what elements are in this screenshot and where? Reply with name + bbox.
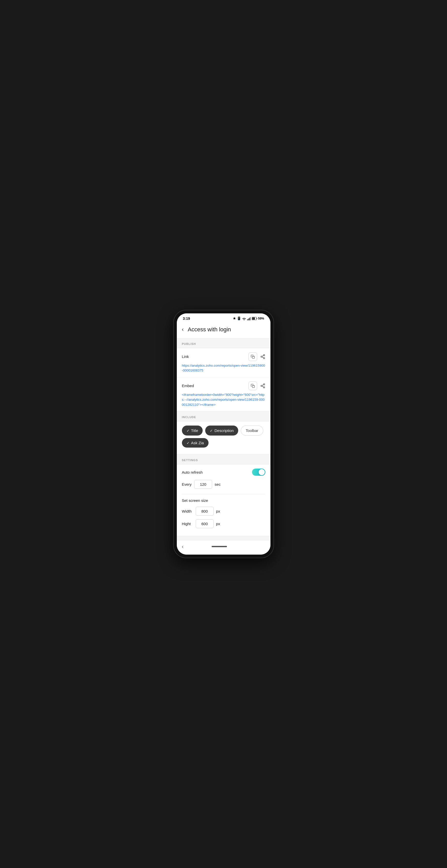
auto-refresh-toggle[interactable]: [252, 469, 265, 476]
chip-ask-zia-check: ✓: [186, 441, 190, 445]
svg-rect-5: [256, 318, 257, 319]
link-label: Link: [182, 354, 189, 359]
height-input[interactable]: [196, 519, 214, 528]
auto-refresh-label: Auto refresh: [182, 470, 203, 474]
settings-section-label: SETTINGS: [177, 455, 270, 464]
width-label: Width: [182, 509, 193, 514]
chip-toolbar[interactable]: Toolbar: [241, 426, 263, 436]
chip-toolbar-label: Toolbar: [246, 428, 258, 433]
page-title: Access with login: [188, 326, 231, 333]
svg-line-12: [262, 355, 264, 356]
battery-icon: 59%: [252, 317, 264, 320]
chip-title[interactable]: ✓ Title: [182, 426, 203, 436]
link-icons: [248, 352, 265, 361]
bottom-spacer: [177, 536, 270, 540]
status-bar: 3:19 ★ 📳: [177, 313, 270, 322]
svg-point-10: [263, 358, 265, 359]
width-input[interactable]: [196, 507, 214, 516]
chip-description-check: ✓: [210, 429, 213, 433]
screen-size-label: Set screen size: [182, 498, 265, 503]
wifi-icon: [242, 317, 246, 320]
height-label: Hight: [182, 522, 193, 526]
svg-point-16: [263, 386, 265, 388]
svg-point-9: [261, 356, 262, 357]
status-icons: ★ 📳: [233, 316, 264, 320]
embed-label: Embed: [182, 383, 194, 388]
every-input[interactable]: [194, 480, 212, 489]
svg-point-15: [261, 385, 262, 386]
bottom-nav-bar: ‹: [177, 540, 270, 555]
every-label: Every: [182, 482, 192, 487]
link-share-icon[interactable]: [260, 354, 265, 359]
include-section-label: INCLUDE: [177, 411, 270, 421]
settings-card: Auto refresh Every sec Set screen size W: [177, 464, 270, 536]
content-area: PUBLISH Link: [177, 338, 270, 540]
width-row: Width px: [182, 507, 265, 516]
every-row: Every sec: [182, 480, 265, 489]
svg-line-17: [262, 386, 264, 387]
auto-refresh-row: Auto refresh: [182, 469, 265, 476]
link-card: Link: [177, 348, 270, 412]
chip-description-label: Description: [214, 428, 234, 433]
svg-line-11: [262, 357, 264, 358]
chip-description[interactable]: ✓ Description: [205, 426, 238, 436]
link-url[interactable]: https://analytics.zoho.com/reports/open-…: [182, 364, 265, 373]
phone-frame: 3:19 ★ 📳: [174, 310, 274, 558]
embed-copy-icon[interactable]: [248, 381, 257, 390]
back-button[interactable]: ‹: [182, 326, 184, 333]
embed-row-header: Embed: [182, 381, 265, 390]
embed-row: Embed: [177, 377, 270, 411]
chip-title-check: ✓: [186, 429, 190, 433]
home-indicator[interactable]: [212, 546, 227, 547]
chip-title-label: Title: [191, 428, 198, 433]
settings-divider: [182, 494, 265, 494]
link-row: Link: [177, 348, 270, 377]
height-row: Hight px: [182, 519, 265, 528]
svg-rect-6: [252, 317, 255, 319]
chips-row-2: ✓ Ask Zia: [182, 438, 265, 447]
svg-rect-3: [250, 317, 251, 320]
width-unit: px: [216, 509, 220, 514]
link-row-header: Link: [182, 352, 265, 361]
link-copy-icon[interactable]: [248, 352, 257, 361]
chip-ask-zia-label: Ask Zia: [191, 441, 204, 445]
status-time: 3:19: [183, 316, 190, 320]
height-unit: px: [216, 522, 220, 526]
publish-section-label: PUBLISH: [177, 338, 270, 348]
bluetooth-icon: ★: [233, 316, 236, 320]
svg-rect-1: [248, 318, 249, 320]
embed-share-icon[interactable]: [260, 383, 265, 389]
phone-screen: 3:19 ★ 📳: [177, 313, 270, 555]
battery-percent: 59%: [258, 317, 264, 320]
svg-point-8: [263, 354, 265, 355]
header: ‹ Access with login: [177, 322, 270, 338]
svg-line-18: [262, 384, 264, 385]
vibrate-icon: 📳: [237, 316, 241, 320]
embed-icons: [248, 381, 265, 390]
bottom-back-button[interactable]: ‹: [182, 544, 184, 550]
chip-ask-zia[interactable]: ✓ Ask Zia: [182, 438, 209, 447]
toggle-knob: [259, 469, 265, 475]
svg-rect-2: [249, 318, 250, 320]
svg-rect-0: [247, 319, 248, 320]
every-unit: sec: [215, 482, 220, 487]
svg-point-14: [263, 383, 265, 385]
include-card: ✓ Title ✓ Description Toolbar: [177, 421, 270, 455]
embed-code[interactable]: <iframeframeborder=0width="800"height="6…: [182, 393, 265, 407]
chips-row-1: ✓ Title ✓ Description Toolbar: [182, 426, 265, 436]
signal-icon: [247, 317, 251, 320]
